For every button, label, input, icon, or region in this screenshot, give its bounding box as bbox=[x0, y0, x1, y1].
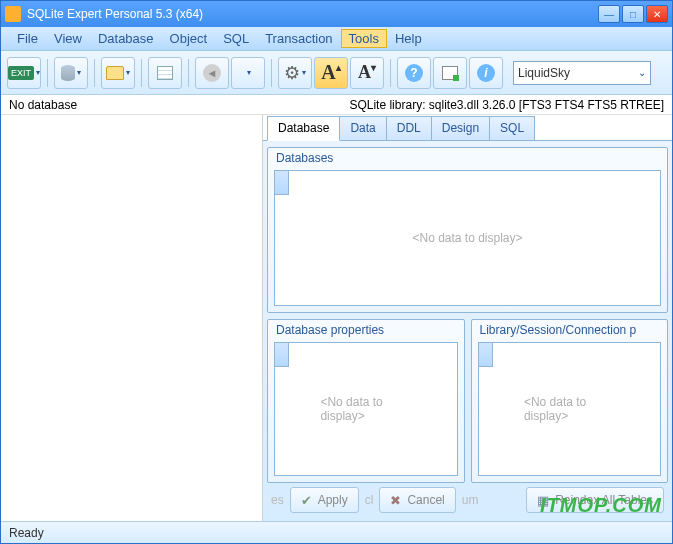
window-button[interactable] bbox=[433, 57, 467, 89]
menu-help[interactable]: Help bbox=[387, 29, 430, 48]
menu-sql[interactable]: SQL bbox=[215, 29, 257, 48]
status-label: Ready bbox=[9, 526, 44, 540]
menu-bar: File View Database Object SQL Transactio… bbox=[1, 27, 672, 51]
reindex-label: Reindex All Tables bbox=[555, 493, 653, 507]
truncated-text: es bbox=[271, 493, 284, 507]
action-bar: es ✔ Apply cl ✖ Cancel um ▦ Reindex All … bbox=[267, 483, 668, 517]
exit-icon: EXIT bbox=[8, 66, 34, 80]
reindex-button[interactable]: ▦ Reindex All Tables bbox=[526, 487, 664, 513]
folder-icon bbox=[106, 66, 124, 80]
font-increase-button[interactable]: A▴ bbox=[314, 57, 348, 89]
grid-button[interactable] bbox=[148, 57, 182, 89]
minimize-button[interactable]: — bbox=[598, 5, 620, 23]
skin-select[interactable]: LiquidSky ⌄ bbox=[513, 61, 651, 85]
app-icon bbox=[5, 6, 21, 22]
cancel-button[interactable]: ✖ Cancel bbox=[379, 487, 455, 513]
truncated-text: cl bbox=[365, 493, 374, 507]
tab-database[interactable]: Database bbox=[267, 116, 340, 141]
cancel-label: Cancel bbox=[407, 493, 444, 507]
back-icon: ◄ bbox=[203, 64, 221, 82]
status-bar: Ready bbox=[1, 521, 672, 543]
session-panel-body: <No data to display> bbox=[478, 342, 662, 476]
font-increase-icon: A▴ bbox=[321, 61, 340, 84]
no-data-label: <No data to display> bbox=[412, 231, 522, 245]
menu-database[interactable]: Database bbox=[90, 29, 162, 48]
back-button[interactable]: ◄ bbox=[195, 57, 229, 89]
tab-design[interactable]: Design bbox=[431, 116, 490, 140]
menu-file[interactable]: File bbox=[9, 29, 46, 48]
exit-button[interactable]: EXIT▾ bbox=[7, 57, 41, 89]
skin-select-value: LiquidSky bbox=[518, 66, 570, 80]
sidebar bbox=[1, 115, 263, 521]
session-panel: Library/Session/Connection p <No data to… bbox=[471, 319, 669, 483]
grid-icon bbox=[157, 66, 173, 80]
db-status-label: No database bbox=[9, 98, 77, 112]
tab-sql[interactable]: SQL bbox=[489, 116, 535, 140]
databases-panel-title: Databases bbox=[268, 148, 667, 170]
reindex-icon: ▦ bbox=[537, 493, 549, 508]
forward-button[interactable]: ▾ bbox=[231, 57, 265, 89]
content-area: Database Data DDL Design SQL Databases <… bbox=[263, 115, 672, 521]
info-icon: i bbox=[477, 64, 495, 82]
tab-data[interactable]: Data bbox=[339, 116, 386, 140]
separator bbox=[271, 59, 272, 87]
help-button[interactable]: ? bbox=[397, 57, 431, 89]
db-properties-title: Database properties bbox=[268, 320, 464, 342]
column-header-stub bbox=[275, 171, 289, 195]
toolbar: EXIT▾ ▾ ▾ ◄ ▾ ⚙▾ A▴ A▾ ? i LiquidSky ⌄ bbox=[1, 51, 672, 95]
font-decrease-icon: A▾ bbox=[358, 62, 376, 83]
no-data-label: <No data to display> bbox=[320, 395, 411, 423]
database-icon bbox=[61, 65, 75, 81]
separator bbox=[390, 59, 391, 87]
help-icon: ? bbox=[405, 64, 423, 82]
truncated-text: um bbox=[462, 493, 479, 507]
font-decrease-button[interactable]: A▾ bbox=[350, 57, 384, 89]
separator bbox=[141, 59, 142, 87]
tab-bar: Database Data DDL Design SQL bbox=[263, 115, 672, 141]
db-properties-body: <No data to display> bbox=[274, 342, 458, 476]
databases-panel-body: <No data to display> bbox=[274, 170, 661, 306]
separator bbox=[188, 59, 189, 87]
maximize-button[interactable]: □ bbox=[622, 5, 644, 23]
main-area: Database Data DDL Design SQL Databases <… bbox=[1, 115, 672, 521]
info-line: No database SQLite library: sqlite3.dll … bbox=[1, 95, 672, 115]
cross-icon: ✖ bbox=[390, 493, 401, 508]
apply-button[interactable]: ✔ Apply bbox=[290, 487, 359, 513]
db-button[interactable]: ▾ bbox=[54, 57, 88, 89]
apply-label: Apply bbox=[318, 493, 348, 507]
chevron-down-icon: ⌄ bbox=[638, 67, 646, 78]
separator bbox=[94, 59, 95, 87]
menu-tools[interactable]: Tools bbox=[341, 29, 387, 48]
window-icon bbox=[442, 66, 458, 80]
close-button[interactable]: ✕ bbox=[646, 5, 668, 23]
about-button[interactable]: i bbox=[469, 57, 503, 89]
library-info-label: SQLite library: sqlite3.dll 3.26.0 [FTS3… bbox=[349, 98, 664, 112]
db-properties-panel: Database properties <No data to display> bbox=[267, 319, 465, 483]
check-icon: ✔ bbox=[301, 493, 312, 508]
separator bbox=[47, 59, 48, 87]
menu-transaction[interactable]: Transaction bbox=[257, 29, 340, 48]
databases-panel: Databases <No data to display> bbox=[267, 147, 668, 313]
menu-view[interactable]: View bbox=[46, 29, 90, 48]
gear-icon: ⚙ bbox=[284, 62, 300, 84]
tab-ddl[interactable]: DDL bbox=[386, 116, 432, 140]
column-header-stub bbox=[275, 343, 289, 367]
settings-button[interactable]: ⚙▾ bbox=[278, 57, 312, 89]
column-header-stub bbox=[479, 343, 493, 367]
menu-object[interactable]: Object bbox=[162, 29, 216, 48]
open-button[interactable]: ▾ bbox=[101, 57, 135, 89]
no-data-label: <No data to display> bbox=[524, 395, 615, 423]
window-title: SQLite Expert Personal 5.3 (x64) bbox=[27, 7, 203, 21]
title-bar: SQLite Expert Personal 5.3 (x64) — □ ✕ bbox=[1, 1, 672, 27]
session-panel-title: Library/Session/Connection p bbox=[472, 320, 668, 342]
